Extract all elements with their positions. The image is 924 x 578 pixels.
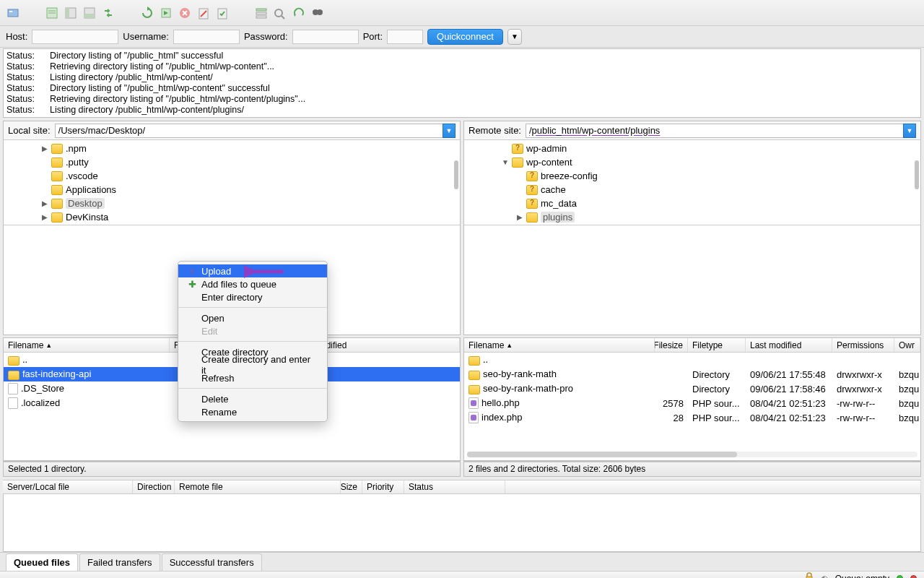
port-input[interactable]	[387, 30, 423, 44]
col-priority[interactable]: Priority	[362, 480, 404, 493]
remote-tree[interactable]: wp-admin▼wp-contentbreeze-configcachemc_…	[464, 140, 920, 225]
toggle-tree-icon[interactable]	[64, 6, 78, 20]
col-filename[interactable]: Filename	[468, 340, 504, 350]
process-queue-icon[interactable]	[159, 6, 173, 20]
ctx-create-dir-enter[interactable]: Create directory and enter it	[178, 358, 327, 371]
list-item[interactable]: hello.php2578PHP sour...08/04/21 02:51:2…	[464, 396, 920, 410]
svg-rect-23	[317, 10, 318, 12]
folder-icon	[526, 185, 538, 195]
folder-icon	[526, 171, 538, 181]
tab-queued[interactable]: Queued files	[6, 553, 78, 571]
filter-icon[interactable]	[254, 6, 269, 20]
file-icon	[8, 397, 18, 409]
quickconnect-history-button[interactable]: ▼	[507, 29, 522, 45]
folder-icon	[468, 371, 480, 380]
tree-item[interactable]: ▶plugins	[464, 210, 920, 224]
ctx-open[interactable]: Open	[178, 311, 327, 324]
scrollbar[interactable]	[454, 160, 458, 189]
sync-browse-icon[interactable]	[101, 6, 116, 20]
compare-icon[interactable]	[273, 6, 287, 20]
add-queue-icon: ✚	[188, 279, 196, 290]
site-manager-icon[interactable]	[6, 6, 20, 20]
main-toolbar	[0, 0, 924, 26]
tree-item[interactable]: Applications	[4, 183, 460, 197]
help-icon[interactable]: ◐	[821, 574, 828, 579]
tab-successful[interactable]: Successful transfers	[162, 553, 262, 571]
tree-item[interactable]: breeze-config	[464, 169, 920, 183]
manage-icon[interactable]	[292, 6, 306, 20]
tree-label: mc_data	[541, 198, 577, 209]
col-filesize[interactable]: Filesize	[655, 338, 688, 352]
disconnect-icon[interactable]	[196, 6, 211, 20]
folder-icon	[8, 356, 19, 366]
password-input[interactable]	[292, 30, 359, 44]
folder-icon	[526, 199, 538, 209]
cancel-icon[interactable]	[178, 6, 192, 20]
toggle-log-icon[interactable]	[45, 6, 59, 20]
list-item[interactable]: seo-by-rank-mathDirectory09/06/21 17:55:…	[464, 367, 920, 381]
ctx-rename[interactable]: Rename	[178, 405, 327, 418]
reconnect-icon[interactable]	[215, 6, 230, 20]
disclosure-icon[interactable]: ▼	[502, 158, 509, 166]
ctx-enter-dir[interactable]: Enter directory	[178, 290, 327, 303]
list-item[interactable]: index.php28PHP sour...08/04/21 02:51:23-…	[464, 410, 920, 425]
list-item[interactable]: seo-by-rank-math-proDirectory09/06/21 17…	[464, 381, 920, 396]
disclosure-icon[interactable]: ▶	[516, 213, 523, 221]
tree-item[interactable]: ▶Desktop	[4, 197, 460, 210]
tree-item[interactable]: wp-admin	[464, 142, 920, 155]
remote-list-body[interactable]: ..seo-by-rank-mathDirectory09/06/21 17:5…	[464, 353, 920, 460]
remote-path-input[interactable]	[526, 124, 903, 138]
quickconnect-bar: Host: Username: Password: Port: Quickcon…	[0, 26, 924, 48]
local-tree[interactable]: ▶.npm.putty.vscodeApplications▶Desktop▶D…	[4, 140, 460, 225]
host-input[interactable]	[32, 30, 118, 44]
svg-rect-16	[256, 9, 266, 11]
log-label: Status:	[6, 61, 37, 72]
col-filetype[interactable]: Filetype	[688, 338, 746, 352]
col-remotefile[interactable]: Remote file	[175, 480, 341, 493]
col-permissions[interactable]: Permissions	[832, 338, 894, 352]
remote-path-dropdown[interactable]: ▼	[903, 124, 916, 138]
local-path-dropdown[interactable]: ▼	[443, 124, 456, 138]
tree-item[interactable]: ▶.npm	[4, 142, 460, 155]
scrollbar[interactable]	[467, 452, 918, 457]
local-path-input[interactable]	[55, 124, 443, 138]
col-server[interactable]: Server/Local file	[3, 480, 133, 493]
tree-item[interactable]: ▼wp-content	[464, 155, 920, 169]
svg-line-20	[282, 16, 284, 19]
list-item[interactable]: ..	[464, 353, 920, 367]
tree-item[interactable]: .putty	[4, 155, 460, 169]
toggle-queue-icon[interactable]	[82, 6, 97, 20]
tree-item[interactable]: .vscode	[4, 169, 460, 183]
tab-failed[interactable]: Failed transfers	[79, 553, 160, 571]
col-owner[interactable]: Owr	[894, 338, 920, 352]
queue-header[interactable]: Server/Local file Direction Remote file …	[3, 480, 921, 494]
disclosure-icon[interactable]: ▶	[41, 213, 48, 221]
file-icon	[8, 383, 18, 394]
log-message: Directory listing of "/public_html/wp-co…	[50, 116, 301, 118]
refresh-icon[interactable]	[140, 6, 154, 20]
disclosure-icon[interactable]: ▶	[41, 144, 48, 152]
tree-item[interactable]: ▶DevKinsta	[4, 210, 460, 224]
col-modified[interactable]: Last modified	[746, 338, 832, 352]
disclosure-icon[interactable]: ▶	[41, 199, 48, 207]
scrollbar[interactable]	[915, 160, 919, 189]
ctx-upload[interactable]: ↑Upload	[178, 264, 327, 277]
ctx-delete[interactable]: Delete	[178, 392, 327, 405]
col-size[interactable]: Size	[341, 480, 362, 493]
tree-item[interactable]: cache	[464, 183, 920, 197]
col-status[interactable]: Status	[404, 480, 505, 493]
username-input[interactable]	[173, 30, 240, 44]
col-filename[interactable]: Filename	[8, 340, 43, 350]
ctx-add-queue[interactable]: ✚Add files to queue	[178, 277, 327, 290]
tree-label: plugins	[541, 212, 575, 223]
quickconnect-button[interactable]: Quickconnect	[427, 29, 503, 45]
svg-point-19	[275, 9, 282, 17]
tree-label: cache	[541, 184, 566, 195]
find-icon[interactable]	[310, 6, 325, 20]
queue-body	[3, 494, 921, 552]
folder-icon	[51, 199, 63, 209]
tree-item[interactable]: mc_data	[464, 197, 920, 210]
folder-icon	[51, 185, 63, 195]
remote-list-header[interactable]: Filename▲ Filesize Filetype Last modifie…	[464, 338, 920, 353]
col-direction[interactable]: Direction	[133, 480, 175, 493]
